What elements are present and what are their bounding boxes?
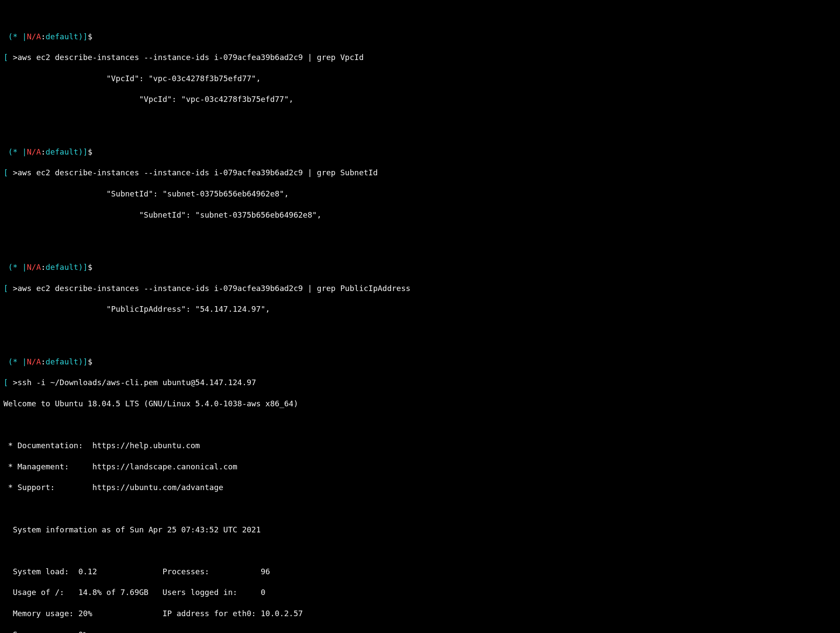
bracket-open-icon: [ (3, 168, 13, 177)
bar-sep: | (18, 32, 27, 41)
mgmt-link: * Management: https://landscape.canonica… (3, 462, 837, 472)
colon-sep: : (41, 357, 46, 366)
blank-line (3, 545, 837, 556)
publicip-out: "PublicIpAddress": "54.147.124.97", (3, 304, 270, 314)
paren-open: ( (3, 147, 13, 156)
blank-line (3, 503, 837, 514)
blank-line (3, 115, 837, 126)
output-line: "PublicIpAddress": "54.147.124.97", (3, 304, 837, 314)
close-bracket: )] (78, 357, 88, 366)
sysinfo-row: Usage of /: 14.8% of 7.69GB Users logged… (3, 587, 837, 598)
command-line: [ >aws ec2 describe-instances --instance… (3, 52, 837, 63)
env-na: N/A (27, 147, 41, 156)
welcome-line: Welcome to Ubuntu 18.04.5 LTS (GNU/Linux… (3, 399, 837, 409)
subnet-out-1: "SubnetId": "subnet-0375b656eb64962e8", (3, 189, 289, 199)
bar-sep: | (18, 263, 27, 272)
prompt-line: (* |N/A:default)]$ (3, 32, 837, 42)
close-bracket: )] (78, 32, 88, 41)
bar-sep: | (18, 147, 27, 156)
output-line: "VpcId": "vpc-03c4278f3b75efd77", (3, 94, 837, 104)
output-line: "VpcId": "vpc-03c4278f3b75efd77", (3, 73, 837, 84)
star-icon: * (13, 32, 18, 41)
blank-line (3, 325, 837, 335)
cmd-text: aws ec2 describe-instances --instance-id… (18, 53, 364, 62)
paren-open: ( (3, 263, 13, 272)
terminal-window[interactable]: (* |N/A:default)]$ [ >aws ec2 describe-i… (0, 0, 840, 633)
env-default: default (46, 32, 79, 41)
command-line: [ >aws ec2 describe-instances --instance… (3, 283, 837, 294)
subnet-out-2: "SubnetId": "subnet-0375b656eb64962e8", (3, 210, 322, 220)
cmd-text: ssh -i ~/Downloads/aws-cli.pem ubuntu@54… (18, 378, 256, 387)
sysinfo-header: System information as of Sun Apr 25 07:4… (3, 525, 837, 535)
support-link: * Support: https://ubuntu.com/advantage (3, 482, 837, 493)
prompt-line: (* |N/A:default)]$ (3, 262, 837, 272)
bar-sep: | (18, 357, 27, 366)
dollar: $ (88, 263, 92, 272)
blank-line (3, 420, 837, 430)
colon-sep: : (41, 263, 46, 272)
env-default: default (46, 357, 79, 366)
prompt-line: (* |N/A:default)]$ (3, 357, 837, 367)
gt-icon: > (13, 378, 18, 387)
star-icon: * (13, 357, 18, 366)
env-na: N/A (27, 32, 41, 41)
gt-icon: > (13, 53, 18, 62)
command-line: [ >ssh -i ~/Downloads/aws-cli.pem ubuntu… (3, 377, 837, 388)
colon-sep: : (41, 32, 46, 41)
blank-line (3, 231, 837, 241)
env-na: N/A (27, 263, 41, 272)
close-bracket: )] (78, 147, 88, 156)
env-default: default (46, 147, 79, 156)
colon-sep: : (41, 147, 46, 156)
bracket-open-icon: [ (3, 378, 13, 387)
gt-icon: > (13, 284, 18, 293)
bracket-open-icon: [ (3, 53, 13, 62)
prompt-line: (* |N/A:default)]$ (3, 147, 837, 157)
close-bracket: )] (78, 263, 88, 272)
sysinfo-row: System load: 0.12 Processes: 96 (3, 567, 837, 577)
paren-open: ( (3, 32, 13, 41)
star-icon: * (13, 147, 18, 156)
vpc-out-1: "VpcId": "vpc-03c4278f3b75efd77", (3, 73, 261, 84)
dollar: $ (88, 147, 92, 156)
vpc-out-2: "VpcId": "vpc-03c4278f3b75efd77", (3, 94, 294, 104)
dollar: $ (88, 357, 92, 366)
env-default: default (46, 263, 79, 272)
output-line: "SubnetId": "subnet-0375b656eb64962e8", (3, 210, 837, 220)
star-icon: * (13, 263, 18, 272)
gt-icon: > (13, 168, 18, 177)
cmd-text: aws ec2 describe-instances --instance-id… (18, 168, 378, 177)
env-na: N/A (27, 357, 41, 366)
bracket-open-icon: [ (3, 284, 13, 293)
dollar: $ (88, 32, 92, 41)
sysinfo-row: Swap usage: 0% (3, 630, 837, 633)
paren-open: ( (3, 357, 13, 366)
command-line: [ >aws ec2 describe-instances --instance… (3, 168, 837, 178)
output-line: "SubnetId": "subnet-0375b656eb64962e8", (3, 189, 837, 199)
cmd-text: aws ec2 describe-instances --instance-id… (18, 284, 411, 293)
doc-link: * Documentation: https://help.ubuntu.com (3, 440, 837, 451)
sysinfo-row: Memory usage: 20% IP address for eth0: 1… (3, 608, 837, 619)
